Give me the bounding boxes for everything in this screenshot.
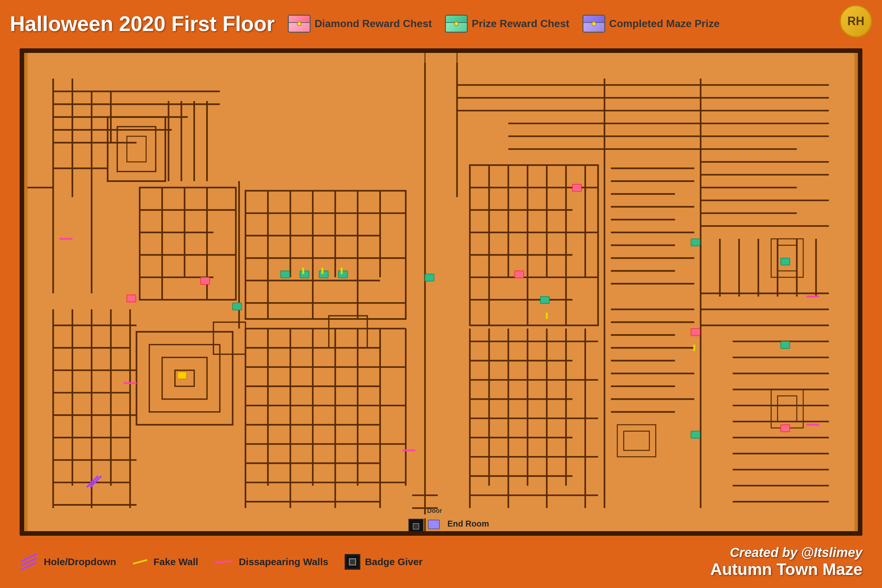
- header: Halloween 2020 First Floor Diamond Rewar…: [0, 0, 882, 47]
- svg-rect-186: [691, 239, 700, 246]
- svg-rect-185: [572, 184, 581, 191]
- svg-rect-178: [300, 271, 309, 278]
- svg-rect-181: [232, 303, 242, 310]
- footer-item-hole: Hole/Dropdown: [20, 555, 116, 568]
- credit-by-text: Created by @Itslimey: [710, 545, 862, 560]
- badge-giver-center: [349, 558, 356, 566]
- footer-legend: Hole/Dropdown Fake Wall Dissapearing Wal…: [20, 554, 710, 570]
- svg-rect-187: [691, 328, 700, 336]
- logo-badge-inner: RH: [840, 5, 872, 38]
- prize-chest-label: Prize Reward Chest: [472, 18, 569, 30]
- hole-dropdown-icon: [20, 555, 39, 568]
- footer-item-fake: Fake Wall: [133, 555, 198, 568]
- svg-rect-188: [781, 258, 789, 265]
- svg-rect-182: [425, 274, 434, 281]
- legend-item-diamond: Diamond Reward Chest: [288, 15, 432, 33]
- logo-badge: RH: [840, 5, 872, 38]
- legend-item-prize: Prize Reward Chest: [445, 15, 569, 33]
- svg-rect-208: [413, 524, 419, 529]
- diamond-chest-icon: [288, 15, 310, 33]
- svg-rect-0: [27, 53, 855, 531]
- svg-rect-175: [201, 278, 209, 285]
- page-title: Halloween 2020 First Floor: [10, 12, 275, 36]
- completed-chest-icon: [582, 15, 605, 33]
- svg-rect-179: [319, 271, 328, 278]
- badge-giver-icon: [345, 554, 360, 570]
- entrance-label: Entrance: [426, 48, 456, 51]
- ramp-right-label: Ramp: [859, 393, 862, 445]
- svg-rect-184: [540, 297, 549, 304]
- svg-rect-192: [177, 372, 186, 379]
- maze-svg: Door End Room: [24, 53, 858, 531]
- svg-rect-176: [127, 295, 136, 302]
- completed-chest-label: Completed Maze Prize: [609, 18, 720, 30]
- footer: Hole/Dropdown Fake Wall Dissapearing Wal…: [0, 536, 882, 588]
- svg-rect-1: [425, 53, 457, 62]
- hole-dropdown-label: Hole/Dropdown: [44, 556, 116, 567]
- svg-rect-180: [338, 271, 347, 278]
- svg-text:End Room: End Room: [447, 519, 489, 528]
- legend-items: Diamond Reward Chest Prize Reward Chest …: [288, 15, 872, 33]
- svg-rect-191: [691, 431, 700, 438]
- badge-giver-label: Badge Giver: [365, 556, 423, 567]
- diamond-chest-label: Diamond Reward Chest: [315, 18, 432, 30]
- footer-item-disappear: Dissapearing Walls: [214, 555, 328, 568]
- svg-rect-183: [515, 271, 524, 278]
- legend-item-completed: Completed Maze Prize: [582, 15, 720, 33]
- ramp-left-label: Ramp: [20, 393, 23, 445]
- maze-container: Entrance Ramp Ramp: [20, 48, 862, 536]
- disappear-wall-icon: [214, 555, 234, 568]
- svg-rect-205: [422, 514, 447, 518]
- svg-rect-177: [280, 271, 290, 278]
- svg-rect-189: [781, 341, 789, 348]
- svg-rect-209: [428, 520, 440, 529]
- disappear-wall-label: Dissapearing Walls: [239, 556, 328, 567]
- prize-chest-icon: [445, 15, 468, 33]
- fake-wall-label: Fake Wall: [153, 556, 198, 567]
- fake-wall-icon: [133, 555, 149, 568]
- svg-text:Door: Door: [427, 507, 442, 514]
- maze-name-text: Autumn Town Maze: [710, 560, 862, 579]
- credit-section: Created by @Itslimey Autumn Town Maze: [710, 545, 862, 579]
- svg-rect-190: [781, 424, 789, 432]
- footer-item-badge: Badge Giver: [345, 554, 423, 570]
